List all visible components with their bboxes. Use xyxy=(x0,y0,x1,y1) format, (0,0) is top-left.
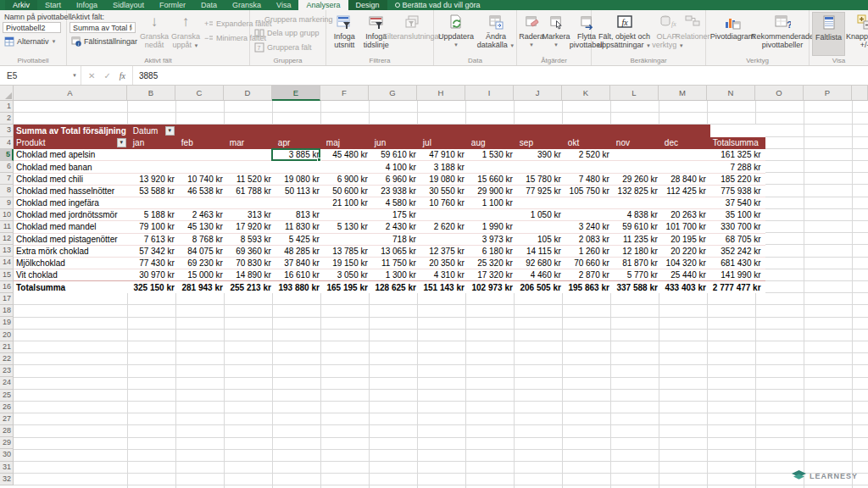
row-header-14[interactable]: 14 xyxy=(0,257,14,269)
pivot-value-cell[interactable]: 1 100 kr xyxy=(469,197,517,209)
pivot-value-cell[interactable]: 3 973 kr xyxy=(469,233,517,245)
group-field-button[interactable]: 7 Gruppera fält xyxy=(253,42,324,53)
pivot-value-cell[interactable]: 185 220 kr xyxy=(710,173,765,185)
pivot-value-cell[interactable]: 50 600 kr xyxy=(324,185,372,197)
pivot-value-cell[interactable] xyxy=(227,197,275,209)
enter-icon[interactable]: ✓ xyxy=(103,71,110,80)
options-button[interactable]: Alternativ▼ xyxy=(3,36,64,47)
pivot-value-cell[interactable]: 59 610 kr xyxy=(614,221,662,233)
pivot-value-cell[interactable]: 2 463 kr xyxy=(179,209,227,221)
column-header-N[interactable]: N xyxy=(707,86,755,101)
pivot-value-cell[interactable]: 175 kr xyxy=(372,209,420,221)
pivot-value-cell[interactable]: 4 580 kr xyxy=(372,197,420,209)
column-header-D[interactable]: D xyxy=(224,86,272,101)
pivot-value-cell[interactable]: 29 900 kr xyxy=(469,185,517,197)
pivot-value-cell[interactable]: 1 260 kr xyxy=(565,245,614,257)
pivot-value-cell[interactable]: 20 263 kr xyxy=(662,209,710,221)
pivot-value-cell[interactable]: 390 kr xyxy=(517,149,565,161)
pivot-value-cell[interactable]: 132 825 kr xyxy=(614,185,662,197)
pivot-value-cell[interactable]: 8 768 kr xyxy=(179,233,227,245)
pivot-value-cell[interactable]: 15 000 kr xyxy=(179,269,227,281)
change-data-source-button[interactable]: Ändra datakälla ▼ xyxy=(476,12,516,56)
row-header-1[interactable]: 1 xyxy=(0,101,14,113)
pivot-value-cell[interactable]: 70 660 kr xyxy=(565,257,614,269)
pivotchart-button[interactable]: Pivotdiagram xyxy=(709,12,756,56)
pivot-value-cell[interactable]: 3 188 kr xyxy=(420,161,469,173)
pivot-value-cell[interactable]: 101 700 kr xyxy=(662,221,710,233)
pivot-value-cell[interactable]: 15 780 kr xyxy=(517,173,565,185)
pivot-value-cell[interactable]: 6 900 kr xyxy=(324,173,372,185)
row-header-13[interactable]: 13 xyxy=(0,245,14,257)
pivot-value-cell[interactable] xyxy=(324,161,372,173)
pivot-value-cell[interactable]: 13 920 kr xyxy=(131,173,179,185)
field-settings-button[interactable]: i Fältinställningar xyxy=(70,36,139,47)
pivot-value-cell[interactable]: 61 788 kr xyxy=(227,185,275,197)
name-box-dropdown-icon[interactable]: ▼ xyxy=(72,73,77,78)
pivot-value-cell[interactable]: 4 460 kr xyxy=(517,269,565,281)
pivot-value-cell[interactable]: 28 840 kr xyxy=(662,173,710,185)
pivot-value-cell[interactable]: 45 480 kr xyxy=(324,149,372,161)
pivot-value-cell[interactable]: 3 240 kr xyxy=(565,221,614,233)
select-button[interactable]: Markera ▼ xyxy=(543,12,569,56)
row-header-2[interactable]: 2 xyxy=(0,113,14,125)
row-header-7[interactable]: 7 xyxy=(0,173,14,185)
row-header-22[interactable]: 22 xyxy=(0,353,14,365)
pivot-value-cell[interactable]: 12 180 kr xyxy=(614,245,662,257)
pivot-value-cell[interactable]: 5 188 kr xyxy=(131,209,179,221)
pivot-value-cell[interactable]: 25 320 kr xyxy=(469,257,517,269)
pivot-value-cell[interactable]: 59 610 kr xyxy=(372,149,420,161)
tab-granska[interactable]: Granska xyxy=(225,0,269,10)
row-header-27[interactable]: 27 xyxy=(0,413,14,425)
insert-slicer-button[interactable]: Infoga utsnitt xyxy=(329,12,360,56)
pivot-value-cell[interactable] xyxy=(275,161,324,173)
tab-design[interactable]: Design xyxy=(348,0,387,10)
grid-area[interactable]: Summa av Total försäljningDatum▼Produkt▼… xyxy=(14,101,868,488)
pivot-value-cell[interactable]: 313 kr xyxy=(227,209,275,221)
pivot-value-cell[interactable]: 81 870 kr xyxy=(614,257,662,269)
pivot-value-cell[interactable]: 45 130 kr xyxy=(179,221,227,233)
pivot-value-cell[interactable]: 7 613 kr xyxy=(131,233,179,245)
pivot-value-cell[interactable]: 19 150 kr xyxy=(324,257,372,269)
pivot-value-cell[interactable]: 50 113 kr xyxy=(275,185,324,197)
insert-function-icon[interactable]: fx xyxy=(120,71,125,80)
pivot-value-cell[interactable]: 681 430 kr xyxy=(710,257,765,269)
pivot-value-cell[interactable]: 20 195 kr xyxy=(662,233,710,245)
tab-sidlayout[interactable]: Sidlayout xyxy=(105,0,152,10)
tab-infoga[interactable]: Infoga xyxy=(69,0,105,10)
pivot-value-cell[interactable]: 15 660 kr xyxy=(469,173,517,185)
pivot-value-cell[interactable] xyxy=(324,209,372,221)
pivot-value-cell[interactable]: 70 830 kr xyxy=(227,257,275,269)
row-header-17[interactable]: 17 xyxy=(0,293,14,305)
produkt-filter-dropdown-icon[interactable]: ▼ xyxy=(117,138,126,147)
tab-formler[interactable]: Formler xyxy=(152,0,193,10)
pivot-value-cell[interactable] xyxy=(517,197,565,209)
column-header-K[interactable]: K xyxy=(562,86,610,101)
pivot-value-cell[interactable]: 77 925 kr xyxy=(517,185,565,197)
pivot-value-cell[interactable] xyxy=(420,233,469,245)
pivot-value-cell[interactable]: 17 320 kr xyxy=(469,269,517,281)
pivot-value-cell[interactable]: 2 520 kr xyxy=(565,149,614,161)
refresh-button[interactable]: Uppdatera ▼ xyxy=(437,12,476,56)
column-header-A[interactable]: A xyxy=(14,86,127,101)
pivot-value-cell[interactable]: 11 520 kr xyxy=(227,173,275,185)
name-box[interactable]: E5 ▼ xyxy=(0,66,81,85)
pivot-value-cell[interactable]: 105 750 kr xyxy=(565,185,614,197)
pivot-value-cell[interactable]: 7 288 kr xyxy=(710,161,765,173)
pivot-value-cell[interactable]: 105 kr xyxy=(517,233,565,245)
active-field-input[interactable] xyxy=(70,22,136,33)
tab-ber-tta-vad-du-vill-g-ra[interactable]: Berätta vad du vill göra xyxy=(387,0,488,10)
column-header-F[interactable]: F xyxy=(320,86,369,101)
formula-input[interactable]: 3885 xyxy=(133,66,868,85)
pivot-value-cell[interactable] xyxy=(179,161,227,173)
pivot-value-cell[interactable] xyxy=(131,149,179,161)
pivot-value-cell[interactable]: 104 320 kr xyxy=(662,257,710,269)
pivot-value-cell[interactable]: 69 230 kr xyxy=(179,257,227,269)
row-header-25[interactable]: 25 xyxy=(0,390,14,402)
ungroup-button[interactable]: Dela upp grupp xyxy=(253,27,324,39)
pivot-value-cell[interactable] xyxy=(565,197,614,209)
pivot-value-cell[interactable]: 14 890 kr xyxy=(227,269,275,281)
pivot-value-cell[interactable]: 10 760 kr xyxy=(420,197,469,209)
column-header-C[interactable]: C xyxy=(175,86,224,101)
pivot-value-cell[interactable]: 12 375 kr xyxy=(420,245,469,257)
fill-handle[interactable] xyxy=(317,158,321,162)
